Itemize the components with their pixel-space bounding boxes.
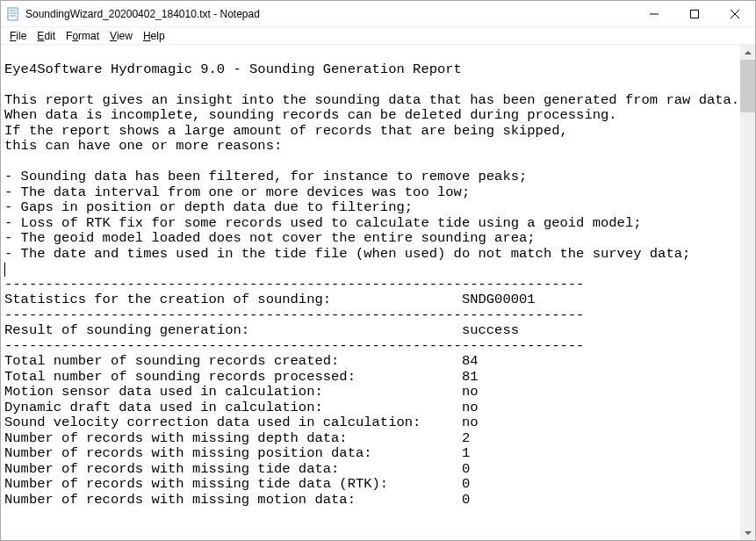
text-editor-area[interactable]: Eye4Software Hydromagic 9.0 - Sounding G… [1, 45, 740, 540]
result-line: Result of sounding generation: success [4, 322, 519, 338]
menu-view[interactable]: View [104, 28, 138, 44]
vertical-scrollbar[interactable] [740, 45, 755, 540]
doc-intro-line: This report gives an insight into the so… [4, 92, 739, 108]
svg-marker-9 [745, 531, 752, 535]
scroll-up-button[interactable] [740, 45, 755, 60]
menu-format[interactable]: Format [61, 28, 104, 44]
stat-row: Sound velocity correction data used in c… [4, 415, 479, 430]
doc-bullet: - Sounding data has been filtered, for i… [4, 169, 527, 184]
minimize-button[interactable] [634, 1, 674, 27]
stat-row: Total number of sounding records process… [4, 369, 479, 385]
scrollbar-track[interactable] [740, 60, 755, 525]
stat-row: Number of records with missing position … [4, 445, 470, 461]
doc-separator: ----------------------------------------… [4, 338, 584, 354]
stat-row: Total number of sounding records created… [4, 353, 479, 369]
notepad-icon [6, 7, 20, 21]
doc-bullet: - The geoid model loaded does not cover … [4, 230, 536, 246]
doc-bullet: - The date and times used in the tide fi… [4, 246, 690, 262]
stat-row: Number of records with missing motion da… [4, 492, 470, 508]
stat-row: Number of records with missing depth dat… [4, 430, 470, 446]
maximize-button[interactable] [674, 1, 715, 27]
doc-bullet: - The data interval from one or more dev… [4, 184, 470, 200]
stat-row: Number of records with missing tide data… [4, 476, 470, 492]
window-title: SoundingWizard_20200402_184010.txt - Not… [25, 8, 634, 20]
doc-bullet: - Gaps in position or depth data due to … [4, 199, 413, 215]
svg-marker-8 [745, 51, 752, 54]
menu-help[interactable]: Help [138, 28, 170, 44]
close-button[interactable] [715, 1, 755, 27]
scroll-down-button[interactable] [740, 525, 755, 540]
doc-header: Eye4Software Hydromagic 9.0 - Sounding G… [4, 61, 462, 77]
scrollbar-thumb[interactable] [740, 60, 755, 112]
doc-intro-line: this can have one or more reasons: [4, 138, 282, 154]
menu-edit[interactable]: Edit [32, 28, 61, 44]
doc-separator: ----------------------------------------… [4, 277, 584, 292]
doc-intro-line: When data is incomplete, sounding record… [4, 107, 617, 123]
svg-rect-5 [691, 11, 699, 18]
stat-row: Number of records with missing tide data… [4, 461, 470, 477]
stats-header: Statistics for the creation of sounding:… [4, 292, 536, 307]
menu-file[interactable]: File [4, 28, 32, 44]
stat-row: Motion sensor data used in calculation: … [4, 384, 479, 400]
window-titlebar[interactable]: SoundingWizard_20200402_184010.txt - Not… [1, 1, 755, 27]
doc-intro-line: If the report shows a large amount of re… [4, 123, 568, 139]
menu-bar: File Edit Format View Help [1, 27, 755, 45]
window-controls [634, 1, 755, 26]
svg-rect-0 [8, 8, 18, 20]
doc-bullet: - Loss of RTK fix for some records used … [4, 215, 642, 231]
stat-row: Dynamic draft data used in calculation: … [4, 400, 479, 415]
doc-separator: ----------------------------------------… [4, 307, 584, 323]
text-caret [4, 263, 5, 277]
